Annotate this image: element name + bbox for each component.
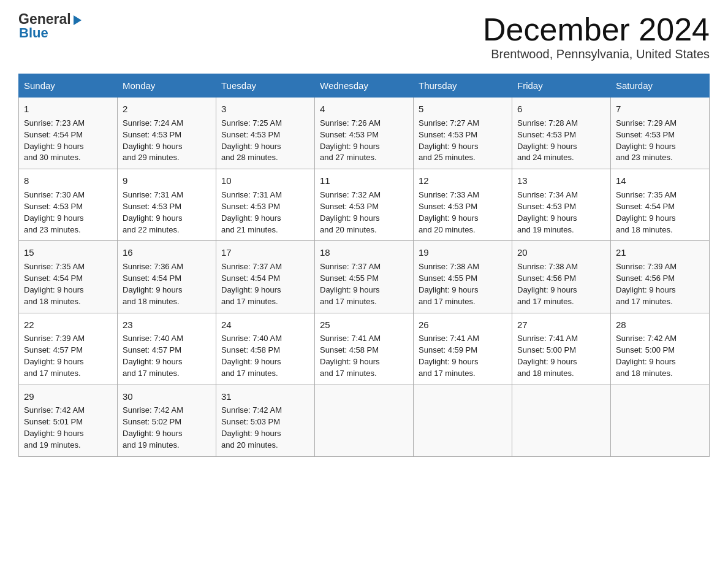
day-number: 20 (517, 246, 605, 259)
day-number: 9 (123, 174, 211, 188)
calendar-week-row: 1 Sunrise: 7:23 AMSunset: 4:54 PMDayligh… (19, 98, 710, 169)
day-number: 6 (517, 102, 605, 116)
calendar-cell: 9 Sunrise: 7:31 AMSunset: 4:53 PMDayligh… (118, 169, 216, 241)
day-number: 15 (24, 246, 112, 259)
day-info: Sunrise: 7:35 AMSunset: 4:54 PMDaylight:… (24, 262, 85, 306)
location-subtitle: Brentwood, Pennsylvania, United States (483, 47, 710, 61)
calendar-week-row: 8 Sunrise: 7:30 AMSunset: 4:53 PMDayligh… (19, 169, 710, 241)
header-wednesday: Wednesday (315, 74, 414, 98)
header-thursday: Thursday (414, 74, 512, 98)
day-info: Sunrise: 7:41 AMSunset: 4:58 PMDaylight:… (320, 334, 381, 378)
day-number: 25 (320, 318, 408, 332)
day-info: Sunrise: 7:38 AMSunset: 4:55 PMDaylight:… (419, 262, 479, 306)
month-title: December 2024 (483, 12, 710, 47)
header-tuesday: Tuesday (216, 74, 315, 98)
calendar-cell (611, 385, 710, 456)
day-number: 27 (517, 318, 605, 332)
calendar-cell: 11 Sunrise: 7:32 AMSunset: 4:53 PMDaylig… (315, 169, 414, 241)
day-info: Sunrise: 7:35 AMSunset: 4:54 PMDaylight:… (616, 190, 677, 234)
day-info: Sunrise: 7:26 AMSunset: 4:53 PMDaylight:… (320, 118, 381, 163)
calendar-cell (414, 385, 512, 456)
day-info: Sunrise: 7:29 AMSunset: 4:53 PMDaylight:… (616, 118, 677, 163)
calendar-cell: 1 Sunrise: 7:23 AMSunset: 4:54 PMDayligh… (19, 98, 118, 169)
day-number: 13 (517, 174, 605, 188)
day-number: 29 (24, 390, 112, 404)
calendar-cell: 18 Sunrise: 7:37 AMSunset: 4:55 PMDaylig… (315, 241, 414, 313)
calendar-cell: 21 Sunrise: 7:39 AMSunset: 4:56 PMDaylig… (611, 241, 710, 313)
calendar-cell: 14 Sunrise: 7:35 AMSunset: 4:54 PMDaylig… (611, 169, 710, 241)
calendar-header-row: SundayMondayTuesdayWednesdayThursdayFrid… (19, 74, 710, 98)
day-number: 21 (616, 246, 704, 259)
day-info: Sunrise: 7:32 AMSunset: 4:53 PMDaylight:… (320, 190, 381, 234)
calendar-cell: 12 Sunrise: 7:33 AMSunset: 4:53 PMDaylig… (414, 169, 512, 241)
calendar-cell: 17 Sunrise: 7:37 AMSunset: 4:54 PMDaylig… (216, 241, 315, 313)
day-number: 17 (221, 246, 309, 259)
day-info: Sunrise: 7:37 AMSunset: 4:55 PMDaylight:… (320, 262, 381, 306)
day-number: 11 (320, 174, 408, 188)
day-info: Sunrise: 7:25 AMSunset: 4:53 PMDaylight:… (221, 118, 282, 163)
calendar-cell: 28 Sunrise: 7:42 AMSunset: 5:00 PMDaylig… (611, 313, 710, 385)
header-monday: Monday (118, 74, 216, 98)
day-number: 2 (123, 102, 211, 116)
day-number: 7 (616, 102, 704, 116)
day-number: 24 (221, 318, 309, 332)
day-number: 1 (24, 102, 112, 116)
day-info: Sunrise: 7:38 AMSunset: 4:56 PMDaylight:… (517, 262, 578, 306)
calendar-cell: 22 Sunrise: 7:39 AMSunset: 4:57 PMDaylig… (19, 313, 118, 385)
day-info: Sunrise: 7:42 AMSunset: 5:01 PMDaylight:… (24, 405, 85, 450)
day-number: 19 (419, 246, 507, 259)
day-number: 26 (419, 318, 507, 332)
calendar-cell: 20 Sunrise: 7:38 AMSunset: 4:56 PMDaylig… (512, 241, 611, 313)
calendar-cell: 7 Sunrise: 7:29 AMSunset: 4:53 PMDayligh… (611, 98, 710, 169)
calendar-cell: 26 Sunrise: 7:41 AMSunset: 4:59 PMDaylig… (414, 313, 512, 385)
day-info: Sunrise: 7:39 AMSunset: 4:56 PMDaylight:… (616, 262, 677, 306)
calendar-cell: 15 Sunrise: 7:35 AMSunset: 4:54 PMDaylig… (19, 241, 118, 313)
day-number: 23 (123, 318, 211, 332)
day-info: Sunrise: 7:42 AMSunset: 5:03 PMDaylight:… (221, 405, 282, 450)
page-header: General Blue December 2024 Brentwood, Pe… (18, 12, 710, 61)
logo-triangle-icon (74, 15, 82, 25)
calendar-cell: 31 Sunrise: 7:42 AMSunset: 5:03 PMDaylig… (216, 385, 315, 456)
day-number: 4 (320, 102, 408, 116)
calendar-week-row: 29 Sunrise: 7:42 AMSunset: 5:01 PMDaylig… (19, 385, 710, 456)
title-section: December 2024 Brentwood, Pennsylvania, U… (483, 12, 710, 61)
day-number: 12 (419, 174, 507, 188)
day-info: Sunrise: 7:42 AMSunset: 5:02 PMDaylight:… (123, 405, 183, 450)
day-info: Sunrise: 7:31 AMSunset: 4:53 PMDaylight:… (123, 190, 183, 234)
calendar-cell: 16 Sunrise: 7:36 AMSunset: 4:54 PMDaylig… (118, 241, 216, 313)
header-sunday: Sunday (19, 74, 118, 98)
calendar-cell: 27 Sunrise: 7:41 AMSunset: 5:00 PMDaylig… (512, 313, 611, 385)
day-info: Sunrise: 7:37 AMSunset: 4:54 PMDaylight:… (221, 262, 282, 306)
day-info: Sunrise: 7:27 AMSunset: 4:53 PMDaylight:… (419, 118, 479, 163)
calendar-cell: 5 Sunrise: 7:27 AMSunset: 4:53 PMDayligh… (414, 98, 512, 169)
day-number: 31 (221, 390, 309, 404)
calendar-cell: 30 Sunrise: 7:42 AMSunset: 5:02 PMDaylig… (118, 385, 216, 456)
calendar-cell: 24 Sunrise: 7:40 AMSunset: 4:58 PMDaylig… (216, 313, 315, 385)
calendar-week-row: 22 Sunrise: 7:39 AMSunset: 4:57 PMDaylig… (19, 313, 710, 385)
day-info: Sunrise: 7:41 AMSunset: 5:00 PMDaylight:… (517, 334, 578, 378)
logo: General Blue (18, 12, 82, 40)
calendar-cell: 29 Sunrise: 7:42 AMSunset: 5:01 PMDaylig… (19, 385, 118, 456)
day-info: Sunrise: 7:40 AMSunset: 4:58 PMDaylight:… (221, 334, 282, 378)
day-info: Sunrise: 7:36 AMSunset: 4:54 PMDaylight:… (123, 262, 183, 306)
day-number: 8 (24, 174, 112, 188)
day-info: Sunrise: 7:41 AMSunset: 4:59 PMDaylight:… (419, 334, 479, 378)
day-info: Sunrise: 7:40 AMSunset: 4:57 PMDaylight:… (123, 334, 183, 378)
calendar-cell: 8 Sunrise: 7:30 AMSunset: 4:53 PMDayligh… (19, 169, 118, 241)
calendar-cell: 6 Sunrise: 7:28 AMSunset: 4:53 PMDayligh… (512, 98, 611, 169)
calendar-cell: 23 Sunrise: 7:40 AMSunset: 4:57 PMDaylig… (118, 313, 216, 385)
logo-blue-text: Blue (19, 26, 82, 40)
calendar-cell: 10 Sunrise: 7:31 AMSunset: 4:53 PMDaylig… (216, 169, 315, 241)
day-info: Sunrise: 7:34 AMSunset: 4:53 PMDaylight:… (517, 190, 578, 234)
day-info: Sunrise: 7:31 AMSunset: 4:53 PMDaylight:… (221, 190, 282, 234)
calendar-cell: 2 Sunrise: 7:24 AMSunset: 4:53 PMDayligh… (118, 98, 216, 169)
calendar-cell (315, 385, 414, 456)
day-info: Sunrise: 7:23 AMSunset: 4:54 PMDaylight:… (24, 118, 85, 163)
day-number: 16 (123, 246, 211, 259)
day-number: 18 (320, 246, 408, 259)
day-number: 5 (419, 102, 507, 116)
calendar-cell: 4 Sunrise: 7:26 AMSunset: 4:53 PMDayligh… (315, 98, 414, 169)
calendar-cell: 25 Sunrise: 7:41 AMSunset: 4:58 PMDaylig… (315, 313, 414, 385)
day-number: 14 (616, 174, 704, 188)
logo-general-text: General (18, 12, 71, 26)
